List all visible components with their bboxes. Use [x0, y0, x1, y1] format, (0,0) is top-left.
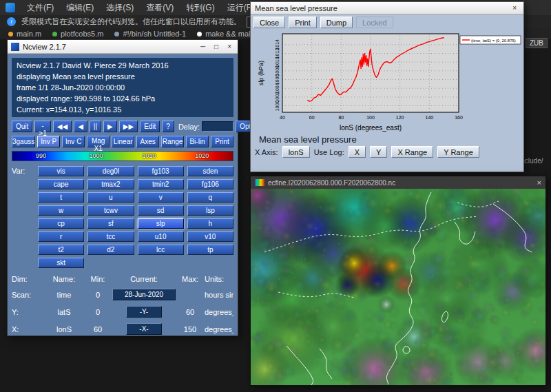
dim-header-units: Units:: [205, 275, 233, 283]
nc-btn-print[interactable]: Print: [211, 136, 233, 147]
menu-item-选择-s[interactable]: 选择(S): [100, 0, 140, 15]
dim-header-min: Min:: [85, 275, 111, 283]
dump-button[interactable]: Dump: [320, 17, 353, 28]
info-line: displaying Mean sea level pressure: [17, 71, 229, 82]
editor-tab-bin-sh-untitled-1[interactable]: #!/bin/sh Untitled-1: [114, 30, 186, 38]
ncview-titlebar[interactable]: Ncview 2.1.7 ─ □ ×: [8, 40, 238, 54]
slp-field-map[interactable]: [251, 189, 545, 385]
x-axis-label: X Axis:: [255, 148, 278, 156]
x-range-button[interactable]: X Range: [391, 146, 433, 158]
var-button-v10[interactable]: v10: [187, 231, 233, 242]
editor-tab-plotfcobs5-m[interactable]: plotfcobs5.m: [52, 30, 103, 38]
ncview-window-title: Ncview 2.1.7: [23, 43, 194, 51]
map-window-title: ecfine.I2020062800.000.F2020062800.nc: [268, 179, 534, 187]
var-button-sf[interactable]: sf: [87, 218, 134, 229]
nc-btn-item[interactable]: ▶▶: [119, 121, 138, 132]
dim-header-max: Max:: [177, 275, 203, 283]
var-button-fg106[interactable]: fg106: [187, 179, 233, 189]
log-x-button[interactable]: X: [349, 146, 366, 158]
close-button[interactable]: ×: [225, 43, 234, 50]
nc-btn-3gauss[interactable]: 3gauss: [12, 136, 35, 147]
svg-text:160: 160: [455, 115, 463, 120]
menu-item-查看-v[interactable]: 查看(V): [140, 0, 180, 15]
var-button-lcc[interactable]: lcc: [138, 245, 184, 255]
map-window: ecfine.I2020062800.000.F2020062800.nc ×: [250, 176, 546, 386]
tab-label: plotfcobs5.m: [61, 30, 103, 38]
dim-units: degrees_east: [205, 325, 233, 333]
editor-tab-main-m[interactable]: main.m: [8, 30, 41, 38]
nc-btn-1[interactable]: ->1: [34, 121, 50, 132]
dim-current-button-time[interactable]: 28-Jun-2020: [112, 289, 176, 300]
minimize-button[interactable]: ─: [198, 43, 208, 50]
var-button-t[interactable]: t: [38, 192, 84, 203]
print-button[interactable]: Print: [289, 17, 317, 28]
dimension-table: Dim:Name:Min:Current:Max:Units:Scan:time…: [12, 275, 233, 335]
nc-btn-inv-c[interactable]: Inv C: [62, 136, 85, 147]
var-button-fg103[interactable]: fg103: [138, 166, 184, 176]
nc-btn-edit[interactable]: Edit: [140, 121, 160, 132]
close-button[interactable]: ×: [537, 178, 541, 187]
delay-input[interactable]: [202, 121, 233, 132]
nc-btn-item[interactable]: ?: [162, 121, 174, 132]
nc-btn-inv-p[interactable]: Inv P: [37, 136, 60, 147]
var-button-v[interactable]: v: [138, 192, 184, 203]
var-button-u[interactable]: u: [87, 192, 134, 203]
menu-item-文件-f[interactable]: 文件(F): [21, 0, 60, 15]
var-button-u10[interactable]: u10: [138, 231, 184, 242]
zub-badge[interactable]: ZUB: [526, 38, 548, 48]
var-button-skt[interactable]: skt: [38, 258, 84, 268]
var-button-cp[interactable]: cp: [38, 218, 84, 229]
var-button-tmax2[interactable]: tmax2: [87, 179, 134, 189]
nc-btn-item[interactable]: ◀: [74, 121, 87, 132]
var-button-slp[interactable]: slp: [138, 218, 184, 229]
var-button-t2[interactable]: t2: [38, 245, 84, 255]
var-button-tmin2[interactable]: tmin2: [138, 179, 184, 189]
var-button-sd[interactable]: sd: [138, 205, 184, 216]
var-button-cape[interactable]: cape: [38, 179, 84, 189]
close-plot-button[interactable]: Close: [253, 17, 285, 28]
nc-btn-bi-lin[interactable]: Bi-lin: [186, 136, 209, 147]
var-button-sden[interactable]: sden: [187, 166, 233, 176]
var-button-d2[interactable]: d2: [87, 245, 134, 255]
var-button-q[interactable]: q: [187, 192, 233, 203]
var-button-h[interactable]: h: [187, 218, 233, 229]
log-y-button[interactable]: Y: [370, 146, 387, 158]
nc-btn-axes[interactable]: Axes: [136, 136, 159, 147]
nc-btn-mag-x1[interactable]: Mag X1: [87, 136, 110, 147]
x-axis-variable-button[interactable]: lonS: [282, 146, 310, 158]
nc-btn-item[interactable]: ▶: [103, 121, 117, 132]
colorbar-label: 1000: [90, 152, 103, 159]
nc-btn-linear[interactable]: Linear: [112, 136, 134, 147]
close-button[interactable]: ×: [510, 4, 519, 12]
delay-label: Delay:: [178, 123, 200, 131]
colorbar[interactable]: 990100010101020: [12, 151, 233, 161]
maximize-button[interactable]: □: [211, 43, 221, 50]
var-button-vis[interactable]: vis: [38, 166, 84, 176]
nc-btn-quit[interactable]: Quit: [12, 121, 32, 132]
var-button-r[interactable]: r: [38, 231, 84, 242]
dim-current-button-lats[interactable]: -Y-: [126, 306, 162, 318]
file-icon: [52, 32, 57, 37]
dim-min: 0: [85, 308, 111, 316]
nc-btn-item[interactable]: ◀◀: [53, 121, 72, 132]
menu-item-编辑-e[interactable]: 编辑(E): [60, 0, 100, 15]
tab-label: main.m: [17, 30, 41, 38]
slp-line-chart[interactable]: 4060801001201401601000100210041006100810…: [253, 30, 522, 133]
y-range-button[interactable]: Y Range: [437, 146, 479, 158]
var-button-deg0l[interactable]: deg0l: [87, 166, 134, 176]
nc-btn-item[interactable]: ||: [90, 121, 101, 132]
plot-titlebar[interactable]: Mean sea level pressure ×: [251, 2, 523, 14]
dim-max: 60: [177, 308, 203, 316]
file-icon: [114, 32, 119, 37]
svg-text:60: 60: [309, 115, 315, 120]
map-titlebar[interactable]: ecfine.I2020062800.000.F2020062800.nc ×: [251, 176, 545, 189]
var-button-w[interactable]: w: [38, 205, 84, 216]
nc-btn-range[interactable]: Range: [161, 136, 184, 147]
var-button-lsp[interactable]: lsp: [187, 205, 233, 216]
var-button-tp[interactable]: tp: [187, 245, 233, 255]
dim-current-button-lons[interactable]: -X-: [126, 323, 162, 335]
var-button-tcc[interactable]: tcc: [87, 231, 134, 242]
locked-button[interactable]: Locked: [356, 17, 393, 28]
var-button-tcwv[interactable]: tcwv: [87, 205, 134, 216]
menu-item-转到-g[interactable]: 转到(G): [180, 0, 220, 15]
